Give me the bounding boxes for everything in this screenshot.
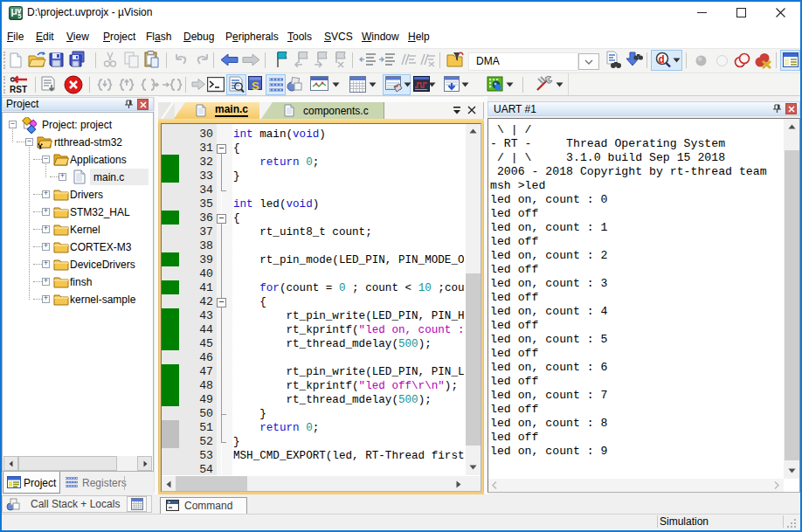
svg-text:d: d <box>659 54 665 66</box>
svg-text:RST: RST <box>10 85 27 94</box>
svg-text:S: S <box>252 79 259 93</box>
svg-text:5: 5 <box>17 12 21 20</box>
